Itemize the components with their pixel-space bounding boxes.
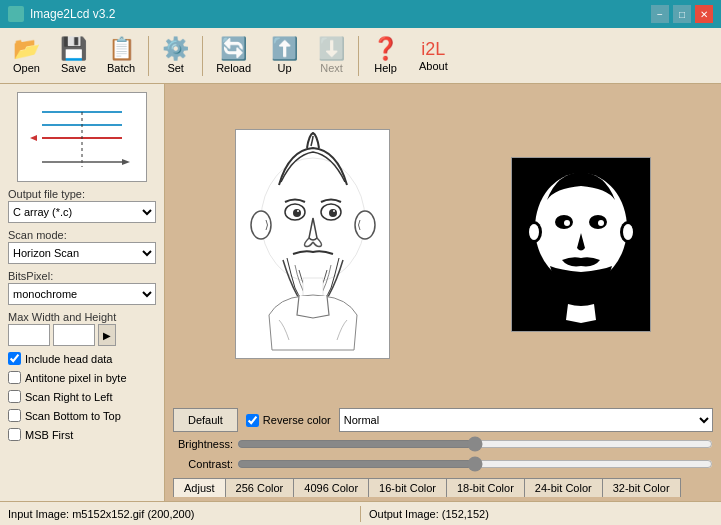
msb-label: MSB First bbox=[25, 429, 73, 441]
toolbar-separator bbox=[148, 36, 149, 76]
include-head-check-row: Include head data bbox=[8, 352, 156, 365]
left-panel: Output file type: C array (*.c) Binary (… bbox=[0, 84, 165, 501]
width-input[interactable]: 152 bbox=[8, 324, 50, 346]
antitone-check-row: Antitone pixel in byte bbox=[8, 371, 156, 384]
preview-svg bbox=[22, 97, 142, 177]
about-label: About bbox=[419, 60, 448, 72]
input-image-svg bbox=[239, 130, 387, 358]
svg-point-11 bbox=[293, 209, 301, 217]
include-head-label: Include head data bbox=[25, 353, 112, 365]
status-separator bbox=[360, 506, 361, 522]
brightness-slider[interactable] bbox=[237, 436, 713, 452]
help-label: Help bbox=[374, 62, 397, 74]
height-input[interactable]: 152 bbox=[53, 324, 95, 346]
about-icon: i2L bbox=[421, 40, 445, 58]
tab-adjust[interactable]: Adjust bbox=[173, 478, 225, 497]
reverse-color-label: Reverse color bbox=[263, 414, 331, 426]
help-button[interactable]: ❓ Help bbox=[363, 33, 408, 79]
output-image-svg bbox=[512, 158, 650, 331]
controls-row1: Default Reverse color Normal Invert Rota… bbox=[173, 408, 713, 432]
max-wh-label: Max Width and Height bbox=[8, 311, 156, 323]
brightness-label: Brightness: bbox=[173, 438, 233, 450]
save-label: Save bbox=[61, 62, 86, 74]
input-image-frame bbox=[235, 129, 390, 359]
msb-check-row: MSB First bbox=[8, 428, 156, 441]
preview-box bbox=[17, 92, 147, 182]
minimize-button[interactable]: − bbox=[651, 5, 669, 23]
batch-button[interactable]: 📋 Batch bbox=[98, 33, 144, 79]
output-file-type-group: Output file type: C array (*.c) Binary (… bbox=[8, 188, 156, 223]
default-button[interactable]: Default bbox=[173, 408, 238, 432]
bits-pixel-label: BitsPixel: bbox=[8, 270, 156, 282]
batch-label: Batch bbox=[107, 62, 135, 74]
tab-32-bit-color[interactable]: 32-bit Color bbox=[602, 478, 681, 497]
scan-bottom-check-row: Scan Bottom to Top bbox=[8, 409, 156, 422]
toolbar: 📂 Open 💾 Save 📋 Batch ⚙️ Set 🔄 Reload ⬆️… bbox=[0, 28, 721, 84]
dim-arrow-button[interactable]: ▶ bbox=[98, 324, 116, 346]
next-icon: ⬇️ bbox=[318, 38, 345, 60]
up-label: Up bbox=[277, 62, 291, 74]
set-icon: ⚙️ bbox=[162, 38, 189, 60]
images-row bbox=[165, 84, 721, 404]
svg-point-24 bbox=[529, 224, 539, 240]
reload-label: Reload bbox=[216, 62, 251, 74]
tab-256-color[interactable]: 256 Color bbox=[225, 478, 294, 497]
scan-bottom-checkbox[interactable] bbox=[8, 409, 21, 422]
bits-pixel-select[interactable]: monochrome 4 gray 256 color 16bit color bbox=[8, 283, 156, 305]
svg-point-21 bbox=[564, 220, 570, 226]
save-button[interactable]: 💾 Save bbox=[51, 33, 96, 79]
toolbar-separator3 bbox=[358, 36, 359, 76]
svg-point-15 bbox=[333, 210, 335, 212]
msb-checkbox[interactable] bbox=[8, 428, 21, 441]
scan-right-checkbox[interactable] bbox=[8, 390, 21, 403]
svg-point-12 bbox=[297, 210, 299, 212]
svg-marker-6 bbox=[122, 159, 130, 165]
tab-24-bit-color[interactable]: 24-bit Color bbox=[524, 478, 602, 497]
svg-rect-16 bbox=[303, 278, 323, 296]
svg-point-26 bbox=[623, 224, 633, 240]
next-label: Next bbox=[320, 62, 343, 74]
bits-pixel-group: BitsPixel: monochrome 4 gray 256 color 1… bbox=[8, 270, 156, 305]
save-icon: 💾 bbox=[60, 38, 87, 60]
set-label: Set bbox=[167, 62, 184, 74]
title-bar: Image2Lcd v3.2 − □ ✕ bbox=[0, 0, 721, 28]
next-button[interactable]: ⬇️ Next bbox=[309, 33, 354, 79]
antitone-checkbox[interactable] bbox=[8, 371, 21, 384]
scan-mode-select[interactable]: Horizon Scan Vertical Scan bbox=[8, 242, 156, 264]
window-controls[interactable]: − □ ✕ bbox=[651, 5, 713, 23]
scan-mode-group: Scan mode: Horizon Scan Vertical Scan bbox=[8, 229, 156, 264]
main-layout: Output file type: C array (*.c) Binary (… bbox=[0, 84, 721, 501]
reload-icon: 🔄 bbox=[220, 38, 247, 60]
about-button[interactable]: i2L About bbox=[410, 35, 457, 77]
svg-point-18 bbox=[535, 173, 627, 283]
include-head-checkbox[interactable] bbox=[8, 352, 21, 365]
normal-select[interactable]: Normal Invert Rotate 90° Rotate 180° bbox=[339, 408, 713, 432]
toolbar-separator2 bbox=[202, 36, 203, 76]
tab-16-bit-color[interactable]: 16-bit Color bbox=[368, 478, 446, 497]
open-icon: 📂 bbox=[13, 38, 40, 60]
title-bar-left: Image2Lcd v3.2 bbox=[8, 6, 115, 22]
scan-bottom-label: Scan Bottom to Top bbox=[25, 410, 121, 422]
maximize-button[interactable]: □ bbox=[673, 5, 691, 23]
tab-row: Adjust256 Color4096 Color16-bit Color18-… bbox=[173, 478, 713, 497]
contrast-row: Contrast: bbox=[173, 456, 713, 472]
output-image-frame bbox=[511, 157, 651, 332]
window-title: Image2Lcd v3.2 bbox=[30, 7, 115, 21]
up-icon: ⬆️ bbox=[271, 38, 298, 60]
open-button[interactable]: 📂 Open bbox=[4, 33, 49, 79]
output-file-type-select[interactable]: C array (*.c) Binary (*.bin) *.h file bbox=[8, 201, 156, 223]
svg-point-20 bbox=[589, 215, 607, 229]
up-button[interactable]: ⬆️ Up bbox=[262, 33, 307, 79]
output-file-type-label: Output file type: bbox=[8, 188, 156, 200]
tab-4096-color[interactable]: 4096 Color bbox=[293, 478, 368, 497]
reverse-color-checkbox[interactable] bbox=[246, 414, 259, 427]
contrast-label: Contrast: bbox=[173, 458, 233, 470]
reverse-color-group: Reverse color bbox=[246, 414, 331, 427]
reload-button[interactable]: 🔄 Reload bbox=[207, 33, 260, 79]
scan-right-label: Scan Right to Left bbox=[25, 391, 112, 403]
canvas-area: Default Reverse color Normal Invert Rota… bbox=[165, 84, 721, 501]
set-button[interactable]: ⚙️ Set bbox=[153, 33, 198, 79]
tab-18-bit-color[interactable]: 18-bit Color bbox=[446, 478, 524, 497]
close-button[interactable]: ✕ bbox=[695, 5, 713, 23]
contrast-slider[interactable] bbox=[237, 456, 713, 472]
